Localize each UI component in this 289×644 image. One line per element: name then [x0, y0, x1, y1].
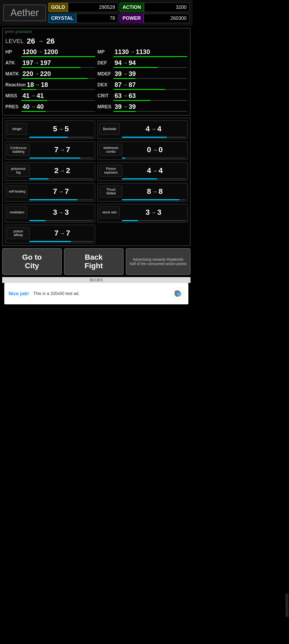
skill-item-Thrust-Skilled[interactable]: Thrust Skilled8 → 8: [97, 183, 188, 202]
skill-item-Continuous-stabbing[interactable]: Continuous stabbing7 → 7: [5, 141, 95, 160]
arrow-icon: →: [60, 147, 65, 153]
stat-to: 1130: [136, 48, 150, 56]
stat-item-pres: PRES40 → 40: [5, 102, 95, 112]
skill-from: 7: [54, 145, 59, 154]
advertising-rewards-button[interactable]: Advertising rewards Replenish half of th…: [126, 248, 191, 275]
skill-item-Poison-explosion[interactable]: Poison explosion4 → 4: [97, 162, 188, 181]
skill-name: stone skin: [100, 206, 120, 218]
action-label: ACTION: [120, 3, 144, 12]
stat-from: 41: [22, 92, 30, 99]
skill-item-poisonous-fog[interactable]: poisonous fog2 → 2: [5, 162, 95, 181]
character-name: Aether: [3, 5, 46, 21]
arrow-icon: →: [123, 82, 128, 88]
arrow-icon: →: [123, 71, 128, 77]
skill-to: 7: [66, 145, 70, 154]
stat-label: MDEF: [97, 71, 113, 77]
stat-from: 39: [115, 70, 122, 78]
skill-from: 7: [53, 187, 57, 196]
skill-to: 4: [159, 166, 163, 175]
ad-logo-icon: [171, 287, 184, 300]
arrow-icon: →: [130, 49, 135, 55]
skill-name: stinger: [7, 123, 27, 135]
skills-container: stinger5 → 5Backstab4 → 4Continuous stab…: [5, 120, 188, 243]
go-to-city-button[interactable]: Go toCity: [2, 248, 62, 275]
stat-to: 39: [129, 103, 136, 110]
stat-from: 18: [27, 81, 34, 89]
level-row: LEVEL 26 → 26: [5, 36, 187, 47]
crystal-value: 78: [76, 14, 118, 23]
arrow-icon: →: [152, 147, 158, 153]
stat-item-mres: MRES39 → 39: [97, 102, 187, 112]
stat-label: Reaction: [5, 82, 26, 88]
skill-name: meditation: [7, 206, 27, 218]
ad-banner[interactable]: Nice job! This is a 320x50 test ad.: [4, 283, 188, 304]
stat-item-atk: ATK197 → 197: [5, 59, 95, 68]
skill-to: 2: [66, 166, 70, 175]
stat-to: 220: [40, 70, 51, 78]
arrow-icon: →: [31, 93, 36, 99]
stat-to: 18: [41, 81, 48, 89]
stat-from: 63: [115, 92, 122, 99]
stat-from: 220: [22, 70, 33, 78]
skill-name: Thrust Skilled: [100, 186, 122, 197]
skill-to: 3: [157, 208, 162, 217]
skill-item-stinger[interactable]: stinger5 → 5: [5, 120, 95, 139]
stat-from: 197: [22, 59, 33, 67]
skill-item-meditation[interactable]: meditation3 → 3: [5, 204, 95, 223]
action-value: 3200: [144, 3, 189, 12]
skill-from: 7: [54, 229, 59, 237]
arrow-icon: →: [123, 104, 128, 110]
stat-from: 39: [115, 103, 122, 110]
skill-from: 3: [146, 208, 150, 217]
skill-name: Backstab: [100, 123, 120, 135]
stat-label: HP: [5, 49, 21, 55]
stat-from: 1130: [115, 48, 129, 56]
arrow-icon: →: [58, 126, 64, 132]
stat-item-miss: MISS41 → 41: [5, 91, 95, 101]
skill-from: 0: [147, 145, 151, 154]
arrow-icon: →: [152, 189, 158, 195]
arrow-icon: →: [35, 82, 40, 88]
stat-item-mp: MP1130 → 1130: [97, 48, 187, 57]
skill-name: poison affinity: [7, 227, 30, 239]
skill-from: 3: [53, 208, 57, 217]
skill-item-Backstab[interactable]: Backstab4 → 4: [97, 120, 188, 139]
arrow-icon: →: [123, 60, 128, 66]
back-fight-button[interactable]: BackFight: [64, 248, 124, 275]
stat-item-crit: CRIT63 → 63: [97, 91, 187, 101]
skill-item-stone-skin[interactable]: stone skin3 → 3: [97, 204, 188, 223]
skill-item-poison-affinity[interactable]: poison affinity7 → 7: [5, 225, 95, 243]
stat-from: 87: [115, 81, 122, 89]
skill-item-self-healing[interactable]: self-healing7 → 7: [5, 183, 95, 202]
stat-label: MP: [97, 49, 113, 55]
skill-to: 7: [66, 229, 70, 237]
power-resource: POWER 260300: [120, 14, 189, 23]
skill-from: 2: [54, 166, 59, 175]
stat-to: 39: [129, 70, 136, 78]
skill-to: 3: [65, 208, 69, 217]
stats-container: HP1200 → 1200MP1130 → 1130ATK197 → 197DE…: [5, 48, 187, 112]
skill-to: 0: [159, 145, 163, 154]
stat-label: DEF: [97, 60, 113, 66]
stat-label: MATK: [5, 71, 21, 77]
stat-to: 1200: [44, 48, 58, 56]
skill-item-telekinesis-combo[interactable]: telekinesis combo0 → 0: [97, 141, 188, 160]
ad-banner-container: 測試廣告 Nice job! This is a 320x50 test ad.: [2, 277, 191, 304]
crystal-label: CRYSTAL: [48, 14, 76, 23]
stat-to: 40: [37, 103, 44, 110]
skill-name: Continuous stabbing: [7, 144, 30, 156]
arrow-icon: →: [58, 209, 64, 216]
bottom-actions: Go toCity BackFight Advertising rewards …: [2, 248, 191, 275]
skill-name: self-healing: [7, 186, 27, 197]
stat-to: 63: [129, 92, 136, 99]
stat-item-def: DEF94 → 94: [97, 59, 187, 68]
stat-from: 1200: [22, 48, 37, 56]
skill-from: 4: [147, 166, 151, 175]
stat-label: MISS: [5, 93, 21, 99]
stat-item-matk: MATK220 → 220: [5, 70, 95, 79]
stat-from: 94: [115, 59, 122, 67]
level-from: 26: [27, 37, 35, 45]
stats-grid: LEVEL 26 → 26: [5, 36, 187, 47]
skill-from: 8: [147, 187, 151, 196]
skill-from: 4: [146, 125, 150, 133]
